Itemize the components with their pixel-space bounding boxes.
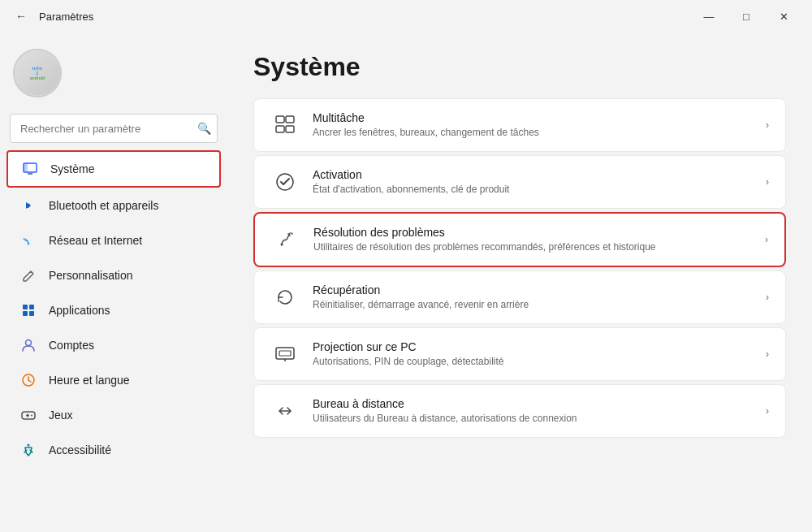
search-box: 🔍: [10, 114, 218, 143]
sidebar-nav: Système Bluetooth et appareils Réseau et…: [0, 149, 227, 468]
applications-icon: [19, 301, 37, 319]
activation-chevron: ›: [766, 176, 769, 188]
resolution-icon: [271, 225, 300, 254]
accessibilite-icon: [19, 441, 37, 459]
minimize-button[interactable]: —: [690, 3, 728, 29]
projection-title: Projection sur ce PC: [313, 340, 753, 353]
svg-point-20: [281, 244, 283, 246]
resolution-title: Résolution des problèmes: [313, 226, 752, 239]
systeme-icon: [21, 160, 39, 178]
personnalisation-icon: [19, 266, 37, 284]
comptes-label: Comptes: [49, 339, 94, 352]
back-button[interactable]: ←: [10, 5, 32, 28]
recuperation-text: Récupération Réinitialiser, démarrage av…: [313, 283, 753, 312]
bluetooth-label: Bluetooth et appareils: [49, 199, 158, 212]
bureau-distance-chevron: ›: [766, 405, 769, 417]
settings-item-resolution[interactable]: Résolution des problèmes Utilitaires de …: [253, 212, 786, 267]
heure-icon: [19, 371, 37, 389]
recuperation-chevron: ›: [766, 292, 769, 303]
bureau-distance-desc: Utilisateurs du Bureau à distance, autor…: [313, 412, 753, 426]
svg-rect-18: [286, 126, 294, 132]
sidebar: info 2 android 🔍 Système: [0, 32, 227, 532]
settings-item-activation[interactable]: Activation État d'activation, abonnement…: [253, 155, 786, 209]
page-title: Système: [253, 52, 786, 82]
personnalisation-label: Personnalisation: [49, 269, 133, 282]
bureau-distance-icon: [270, 396, 300, 426]
sidebar-item-bluetooth[interactable]: Bluetooth et appareils: [6, 188, 221, 223]
svg-rect-15: [276, 116, 284, 123]
svg-point-3: [28, 243, 30, 245]
svg-rect-1: [24, 163, 28, 172]
activation-desc: État d'activation, abonnements, clé de p…: [313, 183, 753, 197]
sidebar-item-applications[interactable]: Applications: [6, 293, 221, 327]
sidebar-item-jeux[interactable]: Jeux: [6, 398, 221, 432]
maximize-button[interactable]: □: [728, 3, 765, 29]
search-icon[interactable]: 🔍: [197, 122, 211, 135]
activation-icon: [270, 167, 300, 197]
svg-rect-4: [23, 305, 28, 309]
avatar: info 2 android: [13, 49, 62, 97]
svg-point-8: [26, 340, 32, 346]
settings-item-recuperation[interactable]: Récupération Réinitialiser, démarrage av…: [253, 270, 786, 324]
bluetooth-icon: [19, 197, 37, 214]
jeux-icon: [19, 406, 37, 424]
reseau-icon: [19, 231, 37, 249]
settings-item-bureau-distance[interactable]: Bureau à distance Utilisateurs du Bureau…: [253, 384, 786, 438]
sidebar-item-accessibilite[interactable]: Accessibilité: [6, 433, 221, 467]
logo-bottom: android: [30, 76, 45, 80]
projection-icon: [270, 340, 300, 369]
applications-label: Applications: [49, 304, 110, 317]
svg-rect-6: [23, 311, 28, 316]
projection-text: Projection sur ce PC Autorisations, PIN …: [313, 340, 753, 369]
window-title: Paramètres: [39, 11, 93, 23]
resolution-chevron: ›: [765, 234, 768, 245]
bureau-distance-text: Bureau à distance Utilisateurs du Bureau…: [313, 397, 753, 426]
content-area: Système Multitâche Ancrer les fenêtres, …: [227, 32, 812, 532]
jeux-label: Jeux: [49, 409, 73, 422]
multitache-icon: [270, 110, 300, 140]
comptes-icon: [19, 336, 37, 354]
projection-chevron: ›: [766, 348, 769, 360]
svg-rect-22: [279, 351, 291, 356]
accessibilite-label: Accessibilité: [49, 443, 111, 456]
window-controls: — □ ✕: [690, 3, 802, 29]
recuperation-title: Récupération: [313, 283, 753, 296]
multitache-title: Multitâche: [313, 111, 753, 124]
settings-list: Multitâche Ancrer les fenêtres, bureaux,…: [253, 98, 786, 438]
multitache-text: Multitâche Ancrer les fenêtres, bureaux,…: [313, 111, 753, 140]
svg-rect-21: [276, 348, 294, 359]
search-input[interactable]: [10, 114, 218, 143]
svg-rect-5: [29, 305, 34, 309]
activation-title: Activation: [313, 168, 753, 181]
svg-rect-7: [29, 311, 34, 316]
sidebar-item-personnalisation[interactable]: Personnalisation: [6, 258, 221, 292]
sidebar-item-comptes[interactable]: Comptes: [6, 328, 221, 362]
sidebar-avatar: info 2 android: [0, 39, 227, 110]
recuperation-icon: [270, 283, 300, 312]
title-bar: ← Paramètres — □ ✕: [0, 0, 812, 32]
settings-item-projection[interactable]: Projection sur ce PC Autorisations, PIN …: [253, 327, 786, 381]
resolution-text: Résolution des problèmes Utilitaires de …: [313, 226, 752, 254]
svg-rect-17: [276, 126, 284, 132]
resolution-desc: Utilitaires de résolution des problèmes …: [313, 240, 752, 254]
activation-text: Activation État d'activation, abonnement…: [313, 168, 753, 197]
multitache-desc: Ancrer les fenêtres, bureaux, changement…: [313, 126, 753, 140]
multitache-chevron: ›: [766, 119, 769, 131]
svg-point-13: [31, 415, 32, 417]
bureau-distance-title: Bureau à distance: [313, 397, 753, 410]
svg-point-14: [28, 444, 30, 447]
svg-rect-16: [286, 116, 294, 123]
sidebar-item-systeme[interactable]: Système: [6, 150, 221, 188]
main-layout: info 2 android 🔍 Système: [0, 32, 812, 532]
settings-item-multitache[interactable]: Multitâche Ancrer les fenêtres, bureaux,…: [253, 98, 786, 152]
sidebar-item-heure[interactable]: Heure et langue: [6, 363, 221, 397]
projection-desc: Autorisations, PIN de couplage, détectab…: [313, 355, 753, 369]
close-button[interactable]: ✕: [765, 3, 802, 29]
settings-window: ← Paramètres — □ ✕ info 2 android: [0, 0, 812, 532]
systeme-label: Système: [50, 162, 94, 175]
heure-label: Heure et langue: [49, 374, 130, 387]
avatar-inner: info 2 android: [15, 50, 60, 96]
reseau-label: Réseau et Internet: [49, 234, 142, 247]
recuperation-desc: Réinitialiser, démarrage avancé, revenir…: [313, 298, 753, 312]
sidebar-item-reseau[interactable]: Réseau et Internet: [6, 223, 221, 257]
